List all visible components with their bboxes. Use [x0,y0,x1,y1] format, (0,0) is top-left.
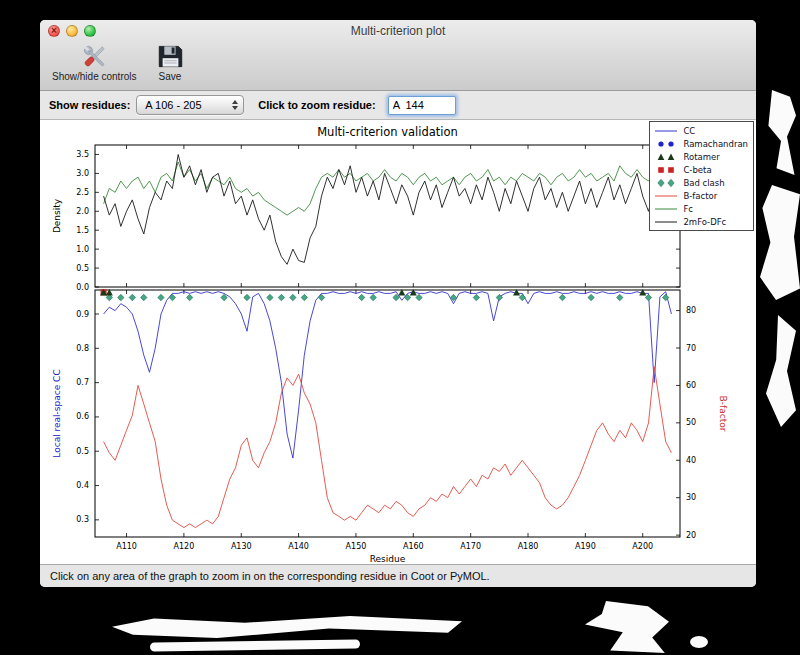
axis-text: 80 [686,306,696,315]
axis-text: 0.4 [76,481,89,490]
bad-clash-marker [141,294,147,300]
axis-text: A170 [460,542,481,551]
traffic-lights [48,25,96,37]
save-button[interactable]: Save [157,43,184,82]
screen-background: Multi-criterion plot [0,0,800,655]
bad-clash-marker [158,294,164,300]
axis-text: 3.5 [76,150,89,159]
axis-text: 70 [686,344,696,353]
bad-clash-marker [169,294,175,300]
bottom-axes-frame [95,290,680,537]
legend-item-label: B-factor [683,191,717,201]
legend-item: Fc [654,202,748,215]
bad-clash-marker [318,294,324,300]
scan-artifact [766,90,796,175]
axis-text: A110 [116,542,137,551]
cc-axis-label: Local real-space CC [52,369,62,457]
save-label: Save [159,71,182,82]
legend-item: Ramachandran [654,137,748,150]
bfactor-axis-label: B-factor [718,396,728,432]
axis-text: A190 [575,542,596,551]
bad-clash-marker [358,294,364,300]
legend-item: Bad clash [654,176,748,189]
bad-clash-marker [519,294,525,300]
bad-clash-marker [186,294,192,300]
legend-line-sample [654,191,678,201]
plot-area: Multi-criterion validation0.00.51.01.52.… [40,120,756,564]
status-text: Click on any area of the graph to zoom i… [50,570,490,582]
scan-artifact [760,185,800,300]
axis-text: 0.9 [76,310,89,319]
legend-item: 2mFo-DFc [654,215,748,228]
zoom-residue-input[interactable] [388,96,456,115]
residue-range-value: A 106 - 205 [145,99,201,111]
legend-item-label: Fc [683,204,693,214]
axis-text: A160 [403,542,424,551]
axis-text: A130 [231,542,252,551]
bad-clash-marker [588,294,594,300]
axis-text: 0.6 [76,412,89,421]
bad-clash-marker [221,294,227,300]
axis-text: A150 [346,542,367,551]
legend-line-sample [654,204,678,214]
legend-item: C-beta [654,163,748,176]
show-hide-controls-button[interactable]: Show/hide controls [52,43,137,82]
titlebar[interactable]: Multi-criterion plot [40,20,756,42]
scan-artifact [690,636,708,648]
series-B-factor [104,367,672,528]
close-button[interactable] [48,25,60,37]
series-CC [104,292,672,458]
series-Fc [104,162,672,215]
legend-item-label: C-beta [683,165,711,175]
plot-legend: CCRamachandranRotamerC-betaBad clashB-fa… [649,121,754,231]
bad-clash-marker [370,294,376,300]
show-hide-controls-label: Show/hide controls [52,71,137,82]
top-axes-frame [95,145,680,287]
axis-text: 60 [686,381,696,390]
toolbar: Show/hide controls Save [40,42,756,90]
window-title: Multi-criterion plot [351,24,446,38]
axis-text: A200 [632,542,653,551]
zoom-residue-label: Click to zoom residue: [258,99,375,111]
bad-clash-marker [244,294,250,300]
bad-clash-marker [416,294,422,300]
bad-clash-marker [267,294,273,300]
bad-clash-marker [129,294,135,300]
legend-triangles-sample [654,152,678,162]
legend-item-label: Bad clash [683,178,724,188]
legend-item-label: 2mFo-DFc [683,217,726,227]
legend-item-label: Rotamer [683,152,719,162]
scan-artifact [112,616,462,640]
bad-clash-marker [473,294,479,300]
density-axis-label: Density [52,198,62,233]
show-residues-label: Show residues: [49,99,130,111]
legend-item: B-factor [654,189,748,202]
legend-item-label: CC [683,126,695,136]
axis-text: 1.0 [76,245,89,254]
legend-squares-sample [654,165,678,175]
axis-text: A140 [288,542,309,551]
controls-row: Show residues: A 106 - 205 Click to zoom… [40,91,756,120]
legend-diamonds-sample [654,178,678,188]
legend-item-label: Ramachandran [683,139,748,149]
zoom-button[interactable] [84,25,96,37]
legend-line-sample [654,126,678,136]
axis-text: A180 [518,542,539,551]
legend-item: Rotamer [654,150,748,163]
bad-clash-marker [301,294,307,300]
residue-range-select[interactable]: A 106 - 205 [136,95,244,115]
axis-text: 2.5 [76,188,89,197]
bad-clash-marker [404,294,410,300]
minimize-button[interactable] [66,25,78,37]
axis-text: 50 [686,418,696,427]
axis-text: 0.5 [76,264,89,273]
crossed-tools-icon [81,43,108,70]
axis-text: 2.0 [76,207,89,216]
window-chrome: Multi-criterion plot [40,20,756,91]
axis-text: 30 [686,493,696,502]
bad-clash-marker [290,294,296,300]
axis-text: A120 [174,542,195,551]
status-bar: Click on any area of the graph to zoom i… [40,564,756,587]
axis-text: 0.5 [76,447,89,456]
bad-clash-marker [278,294,284,300]
